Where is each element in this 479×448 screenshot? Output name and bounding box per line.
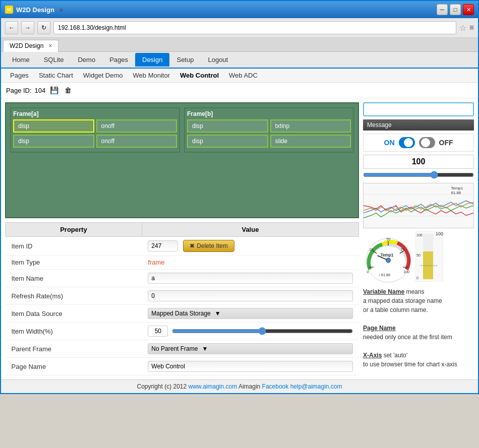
variable-name-link[interactable]: Variable Name: [363, 288, 404, 295]
delete-item-button[interactable]: ✖ Delete Item: [183, 240, 234, 252]
item-width-input[interactable]: [148, 326, 168, 337]
bookmark-icon[interactable]: ☆: [459, 23, 466, 33]
tab-close-icon[interactable]: ×: [48, 42, 52, 49]
frame-a-cell-disp-2[interactable]: disp: [13, 135, 94, 148]
prop-value-page-name: [142, 358, 358, 375]
prop-label-item-width: Item Width(%): [6, 323, 142, 340]
app-content: Home SQLite Demo Pages Design Setup Logo…: [1, 52, 478, 393]
tab-bar: W2D Design ×: [1, 38, 478, 52]
delete-button[interactable]: 🗑: [63, 85, 74, 96]
minimize-button[interactable]: ─: [437, 4, 448, 15]
frame-b-row-2: disp slide: [187, 135, 351, 148]
prop-header-value: Value: [142, 223, 358, 237]
page-name-input[interactable]: [148, 361, 352, 372]
nav-sqlite[interactable]: SQLite: [37, 53, 71, 67]
sub-nav: Pages Static Chart Widget Demo Web Monit…: [1, 69, 478, 83]
page-name-link[interactable]: Page Name: [363, 325, 396, 332]
nav-logout[interactable]: Logout: [201, 53, 235, 67]
x-axis-desc2: to use browser time for chart x-axis: [363, 360, 474, 369]
item-name-input[interactable]: [148, 273, 352, 284]
refresh-rate-input[interactable]: [148, 290, 352, 301]
subnav-web-adc[interactable]: Web ADC: [224, 71, 263, 80]
subnav-web-monitor[interactable]: Web Monitor: [128, 71, 175, 80]
close-button[interactable]: ✕: [463, 4, 474, 15]
prop-value-item-type: frame: [142, 255, 358, 270]
frame-designer: Frame[a] disp onoff disp onoff: [5, 102, 359, 218]
svg-text:Temp1: Temp1: [381, 253, 394, 258]
prop-row-item-width: Item Width(%): [6, 323, 359, 340]
bar-chart-label: 100: [436, 231, 443, 236]
browser-tab[interactable]: W2D Design ×: [3, 40, 58, 52]
mini-chart: Temp1 61.88: [363, 183, 474, 228]
footer-link-facebook[interactable]: Facebook: [262, 383, 289, 390]
footer-link-email[interactable]: help@aimagin.com: [290, 383, 342, 390]
preview-input[interactable]: [363, 102, 474, 116]
back-button[interactable]: ←: [5, 21, 18, 34]
prop-label-item-type: Item Type: [6, 255, 142, 270]
nav-design[interactable]: Design: [135, 53, 169, 67]
frame-a-cell-onoff-2[interactable]: onoff: [96, 135, 177, 148]
variable-name-desc: a mapped data storage name: [363, 296, 474, 305]
svg-text:100: 100: [403, 270, 409, 274]
save-button[interactable]: 💾: [48, 85, 59, 96]
data-source-select[interactable]: Mapped Data Storage ▼: [148, 308, 352, 319]
prop-row-data-source: Item Data Source Mapped Data Storage ▼: [6, 305, 359, 323]
page-id-value: 104: [35, 87, 46, 94]
svg-text:61.88: 61.88: [451, 191, 461, 196]
address-bar[interactable]: [53, 21, 456, 34]
nav-home[interactable]: Home: [5, 53, 37, 67]
on-off-control: ON OFF: [363, 134, 474, 152]
item-id-input[interactable]: [148, 240, 178, 251]
gauge-area: 50 25 75 0 100 Temp1 / 61.88: [363, 231, 474, 283]
page-id-bar: Page ID: 104 💾 🗑: [1, 83, 478, 98]
parent-frame-select[interactable]: No Parent Frame ▼: [148, 343, 352, 354]
item-width-slider[interactable]: [172, 327, 352, 335]
nav-setup[interactable]: Setup: [169, 53, 201, 67]
frame-a-row-2: disp onoff: [13, 135, 177, 148]
frame-b-title: Frame[b]: [187, 110, 351, 117]
frame-b-cell-txtinp-1[interactable]: txtinp: [270, 119, 351, 133]
svg-text:0: 0: [367, 270, 369, 274]
off-toggle[interactable]: [419, 137, 435, 148]
on-toggle[interactable]: [399, 137, 415, 148]
prop-label-item-id: Item ID: [6, 237, 142, 255]
nav-pages[interactable]: Pages: [102, 53, 135, 67]
browser-menu-icon[interactable]: ≡: [469, 23, 474, 32]
parent-frame-value: No Parent Frame: [151, 345, 198, 352]
toggle-knob-on: [404, 138, 413, 147]
frame-b[interactable]: Frame[b] disp txtinp disp slide: [184, 107, 354, 153]
frame-b-row-1: disp txtinp: [187, 119, 351, 133]
forward-button[interactable]: →: [21, 21, 34, 34]
prop-label-page-name: Page Name: [6, 358, 142, 375]
maximize-button[interactable]: □: [450, 4, 461, 15]
frame-a-row-1: disp onoff: [13, 119, 177, 133]
refresh-button[interactable]: ↻: [37, 21, 50, 34]
message-label: Message: [367, 121, 392, 129]
frame-b-cell-disp-1[interactable]: disp: [187, 119, 268, 133]
prop-label-data-source: Item Data Source: [6, 305, 142, 323]
svg-text:75: 75: [401, 247, 405, 252]
frame-a[interactable]: Frame[a] disp onoff disp onoff: [10, 107, 180, 153]
on-label: ON: [384, 139, 395, 147]
frame-b-cell-disp-2[interactable]: disp: [187, 135, 268, 148]
page-name-desc: needed only once at the first item: [363, 333, 474, 342]
nav-demo[interactable]: Demo: [71, 53, 102, 67]
subnav-static-chart[interactable]: Static Chart: [34, 71, 78, 80]
prop-label-parent-frame: Parent Frame: [6, 340, 142, 358]
prop-value-item-width: [142, 323, 358, 340]
help-text: Variable Name means a mapped data storag…: [363, 287, 474, 369]
x-axis-link[interactable]: X-Axis: [363, 352, 382, 359]
subnav-widget-demo[interactable]: Widget Demo: [78, 71, 128, 80]
tab-close-btn[interactable]: ×: [59, 6, 64, 14]
footer-text2: Aimagin: [238, 383, 262, 390]
subnav-pages[interactable]: Pages: [5, 71, 34, 80]
frame-a-cell-disp-1[interactable]: disp: [13, 119, 94, 133]
frame-a-cell-onoff-1[interactable]: onoff: [96, 119, 177, 133]
chevron-down-icon-2: ▼: [202, 345, 208, 352]
bar-chart-mini: 100 100 50 0: [415, 231, 443, 283]
frame-a-title: Frame[a]: [13, 110, 177, 117]
frame-b-cell-slide[interactable]: slide: [270, 135, 351, 148]
preview-slider[interactable]: [363, 171, 474, 179]
footer-link-aimagin[interactable]: www.aimagin.com: [189, 383, 237, 390]
subnav-web-control[interactable]: Web Control: [175, 71, 224, 80]
